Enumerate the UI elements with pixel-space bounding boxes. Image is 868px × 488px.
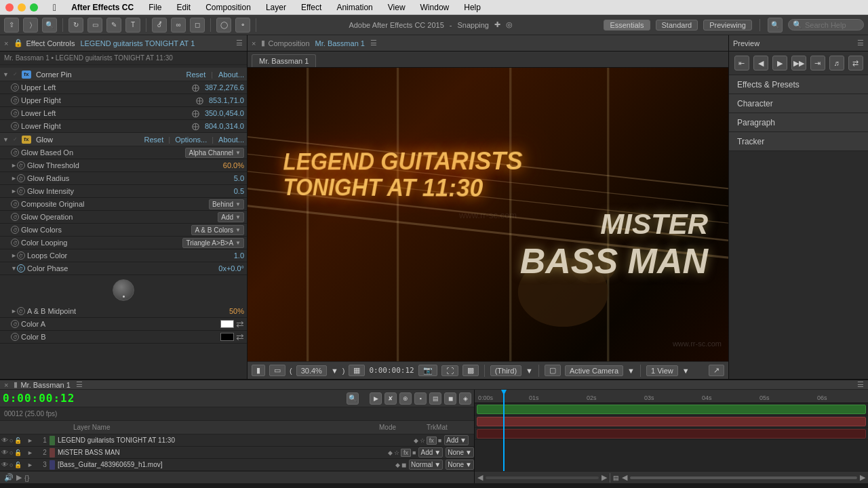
tl-layer-3-switch2[interactable]: ◼	[401, 462, 406, 468]
track-bar-3[interactable]	[477, 429, 866, 439]
color-looping-dropdown[interactable]: Triangle A>B>A ▼	[182, 238, 244, 248]
menu-aftereffects[interactable]: After Effects CC	[68, 3, 136, 12]
comp-tab[interactable]: Mr. Bassman 1	[252, 54, 316, 67]
comp-grid-btn[interactable]: ▦	[349, 365, 365, 376]
glow-colors-stopwatch[interactable]: ⏱	[11, 226, 19, 234]
tl-layer-2-lock[interactable]: 🔓	[14, 449, 22, 456]
tl-layer-1-solo[interactable]: ○	[9, 437, 13, 444]
tab-tracker[interactable]: Tracker	[729, 132, 868, 151]
comp-snapshot-btn[interactable]: 📷	[418, 365, 437, 376]
color-a-swatch[interactable]	[220, 320, 234, 328]
tl-layer-3-switch1[interactable]: ◆	[395, 462, 400, 468]
color-b-stopwatch[interactable]: ⏱	[11, 333, 19, 341]
color-phase-value[interactable]: 0x+0.0°	[218, 264, 244, 272]
color-looping-stopwatch[interactable]: ⏱	[11, 239, 19, 247]
lower-right-value[interactable]: 804.0,314.0	[205, 122, 244, 130]
comp-transparency-btn[interactable]: ▩	[462, 365, 479, 376]
tl-mode-btn-4[interactable]: ▪	[414, 392, 427, 405]
corner-pin-header[interactable]: ▼ ✓ fx Corner Pin Reset | About...	[0, 68, 247, 81]
corner-pin-checkbox[interactable]: ✓	[13, 71, 18, 77]
glow-threshold-stopwatch[interactable]: ⏱	[17, 161, 25, 169]
comp-panel-close[interactable]: ×	[252, 39, 256, 47]
menu-composition[interactable]: Composition	[203, 3, 254, 12]
glow-operation-stopwatch[interactable]: ⏱	[11, 213, 19, 221]
preset-standard[interactable]: Standard	[656, 20, 698, 30]
composite-original-stopwatch[interactable]: ⏱	[11, 200, 19, 208]
right-panel-menu[interactable]: ☰	[857, 39, 864, 47]
menu-layer[interactable]: Layer	[263, 3, 289, 12]
preset-previewing[interactable]: Previewing	[703, 20, 752, 30]
menu-view[interactable]: View	[385, 3, 408, 12]
tl-search-btn[interactable]: 🔍	[347, 392, 359, 405]
preset-essentials[interactable]: Essentials	[604, 20, 650, 30]
glow-intensity-expand[interactable]: ►	[11, 188, 17, 195]
color-b-swatch[interactable]	[220, 333, 234, 341]
track-bar-1[interactable]	[477, 405, 866, 414]
tl-layer-1-mode-dropdown[interactable]: Add ▼	[444, 435, 469, 445]
glow-based-on-stopwatch[interactable]: ⏱	[11, 148, 19, 157]
glow-options-button[interactable]: Options...	[175, 136, 207, 144]
glow-intensity-stopwatch[interactable]: ⏱	[17, 187, 25, 195]
zoom-tool[interactable]: 🔍	[42, 18, 57, 33]
tl-mode-btn-3[interactable]: ⊕	[399, 392, 412, 405]
glow-threshold-value[interactable]: 60.0%	[223, 161, 244, 169]
pen-tool[interactable]: ✎	[106, 18, 121, 33]
composite-original-dropdown[interactable]: Behind ▼	[209, 199, 244, 209]
lower-left-stopwatch[interactable]: ⏱	[11, 109, 19, 117]
hand-tool[interactable]: 〉	[23, 18, 38, 33]
ab-midpoint-value[interactable]: 50%	[229, 307, 244, 315]
color-loops-value[interactable]: 1.0	[234, 251, 244, 260]
clone-tool[interactable]: ∞	[171, 18, 186, 33]
comp-expand-btn[interactable]: ↗	[709, 365, 724, 376]
tl-bb-btn-3[interactable]: {}	[24, 474, 29, 482]
maximize-button[interactable]	[30, 3, 38, 12]
ab-midpoint-stopwatch[interactable]: ⏱	[17, 307, 25, 315]
color-phase-knob[interactable]	[113, 279, 134, 301]
glow-checkbox[interactable]: ✓	[13, 136, 18, 142]
search-button[interactable]: 🔍	[768, 18, 783, 33]
tl-scroll-left[interactable]: ◀	[622, 473, 627, 482]
tl-zoom-out-btn[interactable]: ◀	[477, 473, 483, 482]
color-a-arrows[interactable]: ⇄	[236, 319, 244, 329]
tl-layer-2-switch2[interactable]: ☆	[394, 449, 399, 456]
comp-views-btn[interactable]: 1 View	[646, 365, 678, 376]
timeline-ruler[interactable]: 0:00s 01s 02s 03s 04s 05s 06s	[475, 390, 868, 403]
puppet-tool[interactable]: ⚬	[235, 18, 250, 33]
tl-layer-1-eye[interactable]: 👁	[1, 436, 8, 444]
preview-last-frame-btn[interactable]: ⇥	[810, 56, 825, 70]
tl-mode-btn-1[interactable]: ▶	[370, 392, 382, 405]
preview-next-frame-btn[interactable]: ▶▶	[791, 56, 806, 70]
tl-layer-2-mode-dropdown[interactable]: Add ▼	[418, 447, 443, 458]
tl-layer-2-switch3[interactable]: ■	[412, 449, 416, 456]
tl-layer-1-switch3[interactable]: ■	[438, 437, 441, 444]
tl-scroll-right[interactable]: ▶	[860, 473, 865, 482]
tl-layer-2-eye[interactable]: 👁	[1, 449, 8, 456]
tl-layer-1-expand[interactable]: ►	[27, 437, 33, 444]
corner-pin-reset-button[interactable]: Reset	[186, 70, 205, 79]
tl-layer-3-expand[interactable]: ►	[27, 462, 33, 468]
tl-layer-3-lock[interactable]: 🔓	[14, 462, 22, 468]
brush-tool[interactable]: ⚦	[152, 18, 167, 33]
lower-right-stopwatch[interactable]: ⏱	[11, 122, 19, 130]
upper-right-stopwatch[interactable]: ⏱	[11, 96, 19, 104]
glow-radius-value[interactable]: 5.0	[234, 174, 244, 182]
tl-zoom-in-btn[interactable]: ▶	[601, 473, 607, 482]
glow-threshold-expand[interactable]: ►	[11, 162, 17, 169]
preview-loop-btn[interactable]: ⇄	[848, 56, 863, 70]
close-button[interactable]	[5, 3, 14, 12]
rotate-tool[interactable]: ↻	[68, 18, 83, 33]
comp-view-options-btn[interactable]: (Third)	[490, 365, 521, 376]
tl-layer-1-switch2[interactable]: ☆	[420, 437, 425, 444]
snapping-icon[interactable]: ✚	[494, 20, 500, 29]
menu-file[interactable]: File	[146, 3, 164, 12]
color-a-stopwatch[interactable]: ⏱	[11, 320, 19, 328]
menu-help[interactable]: Help	[461, 3, 484, 12]
upper-left-stopwatch[interactable]: ⏱	[11, 83, 19, 92]
snap-toggle[interactable]: ◎	[506, 20, 513, 29]
menu-window[interactable]: Window	[418, 3, 452, 12]
glow-header[interactable]: ▼ ✓ fx Glow Reset | Options... | About..…	[0, 133, 247, 146]
upper-right-value[interactable]: 853.1,71.0	[209, 96, 244, 104]
comp-timecode[interactable]: 0:00:00:12	[369, 366, 414, 375]
panel-menu-button[interactable]: ☰	[236, 39, 243, 47]
comp-region-btn[interactable]: ▭	[269, 365, 285, 376]
